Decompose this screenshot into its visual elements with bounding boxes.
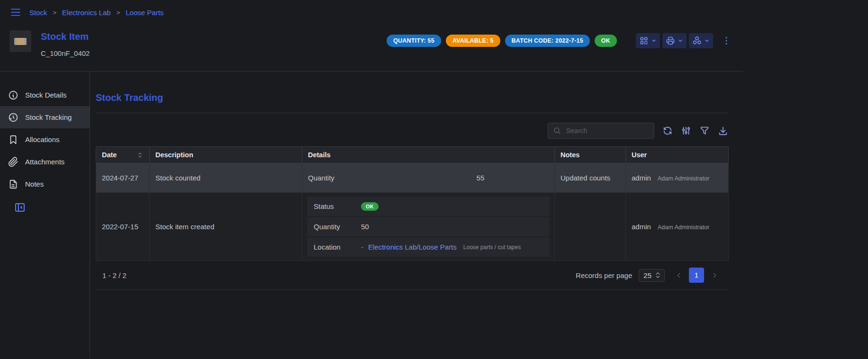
batch-code-badge: BATCH CODE: 2022-7-15 bbox=[505, 35, 590, 47]
breadcrumb-separator: > bbox=[53, 9, 57, 16]
menu-icon[interactable] bbox=[9, 6, 22, 18]
sidebar-item-stock-details[interactable]: Stock Details bbox=[0, 84, 90, 106]
detail-row-location: Location - Electronics Lab/Loose Parts L… bbox=[307, 237, 550, 257]
user-fullname: Adam Administrator bbox=[658, 175, 709, 182]
sidebar-item-attachments[interactable]: Attachments bbox=[0, 151, 90, 173]
section-title: Stock Tracking bbox=[96, 92, 728, 103]
page-subtitle: C_100nF_0402 bbox=[41, 49, 90, 57]
column-header-notes[interactable]: Notes bbox=[555, 147, 626, 163]
available-badge: AVAILABLE: 5 bbox=[446, 35, 500, 47]
page-titles: Stock Item C_100nF_0402 bbox=[41, 31, 90, 71]
breadcrumb-separator: > bbox=[117, 9, 120, 16]
breadcrumb-link-stock[interactable]: Stock bbox=[29, 9, 47, 17]
sidebar-item-label: Attachments bbox=[25, 158, 64, 166]
cell-notes bbox=[555, 193, 626, 261]
table-row[interactable]: 2024-07-27 Stock counted Quantity 55 Upd… bbox=[96, 163, 729, 193]
topbar: Stock > Electronics Lab > Loose Parts bbox=[0, 0, 743, 25]
breadcrumb-link-electronics-lab[interactable]: Electronics Lab bbox=[62, 9, 111, 17]
chevron-left-icon[interactable] bbox=[671, 268, 686, 282]
detail-row-quantity: Quantity 50 bbox=[307, 217, 550, 236]
sidebar-item-label: Allocations bbox=[25, 135, 60, 144]
sidebar: Stock Details Stock Tracking Allocations… bbox=[0, 72, 90, 359]
table-row[interactable]: 2022-07-15 Stock item created Status OK bbox=[96, 193, 729, 261]
print-actions-button[interactable] bbox=[662, 33, 687, 48]
detail-prefix: - bbox=[361, 243, 363, 251]
refresh-icon[interactable] bbox=[662, 126, 673, 136]
stock-actions-button[interactable] bbox=[689, 33, 713, 48]
column-label: Description bbox=[155, 151, 193, 159]
page-header: Stock Item C_100nF_0402 QUANTITY: 55 AVA… bbox=[0, 25, 743, 71]
user-fullname: Adam Administrator bbox=[658, 224, 709, 231]
app-frame: Stock > Electronics Lab > Loose Parts St… bbox=[0, 0, 743, 359]
breadcrumb: Stock > Electronics Lab > Loose Parts bbox=[29, 9, 163, 17]
select-caret-icon bbox=[656, 272, 660, 278]
sidebar-item-notes[interactable]: Notes bbox=[0, 173, 90, 195]
table-footer: 1 - 2 / 2 Records per page 25 bbox=[96, 261, 728, 290]
barcode-qr-icon bbox=[639, 36, 649, 45]
column-header-details[interactable]: Details bbox=[302, 147, 555, 163]
stock-tracking-table: Date Description Details Notes User bbox=[96, 146, 729, 261]
bookmark-icon bbox=[8, 135, 18, 145]
pagination: 1 bbox=[671, 268, 722, 283]
records-per-page-select[interactable]: 25 bbox=[639, 269, 665, 282]
table-toolbar bbox=[96, 123, 728, 139]
chevron-right-icon[interactable] bbox=[707, 268, 722, 282]
adjustments-icon[interactable] bbox=[681, 126, 691, 136]
quantity-badge: QUANTITY: 55 bbox=[387, 35, 441, 47]
column-label: Details bbox=[308, 151, 331, 159]
filter-icon[interactable] bbox=[699, 126, 710, 136]
page-button-1[interactable]: 1 bbox=[689, 268, 704, 283]
component-image bbox=[14, 38, 27, 45]
header-actions bbox=[636, 33, 732, 48]
section-divider bbox=[96, 113, 728, 113]
info-icon bbox=[8, 90, 18, 100]
cell-user: admin Adam Administrator bbox=[626, 163, 729, 193]
chevron-down-icon bbox=[651, 38, 657, 44]
detail-label: Location bbox=[314, 243, 361, 251]
cell-date: 2022-07-15 bbox=[96, 193, 150, 261]
username: admin bbox=[632, 174, 651, 182]
download-icon[interactable] bbox=[718, 126, 728, 136]
search-icon bbox=[553, 126, 561, 135]
detail-label: Status bbox=[314, 202, 361, 210]
sidebar-collapse-icon[interactable] bbox=[14, 202, 26, 213]
detail-label: Quantity bbox=[308, 174, 477, 182]
location-description: Loose parts / cut tapes bbox=[463, 244, 521, 251]
search-box bbox=[548, 123, 654, 139]
main-panel: Stock Tracking bbox=[90, 72, 743, 359]
stock-actions-icon bbox=[692, 36, 702, 45]
chevron-down-icon bbox=[704, 38, 710, 44]
status-ok-badge: OK bbox=[595, 35, 617, 47]
column-header-description[interactable]: Description bbox=[150, 147, 302, 163]
sidebar-item-stock-tracking[interactable]: Stock Tracking bbox=[0, 106, 90, 128]
column-label: Date bbox=[102, 151, 117, 159]
page-size-value: 25 bbox=[643, 271, 651, 279]
printer-icon bbox=[666, 36, 675, 45]
column-label: Notes bbox=[561, 151, 579, 159]
status-badges: QUANTITY: 55 AVAILABLE: 5 BATCH CODE: 20… bbox=[387, 35, 617, 47]
search-input[interactable] bbox=[565, 126, 649, 135]
stock-item-thumbnail[interactable] bbox=[9, 30, 31, 52]
cell-user: admin Adam Administrator bbox=[626, 193, 729, 261]
note-icon bbox=[8, 179, 18, 189]
page-title: Stock Item bbox=[41, 31, 90, 42]
sidebar-item-allocations[interactable]: Allocations bbox=[0, 128, 90, 151]
content-area: Stock Details Stock Tracking Allocations… bbox=[0, 72, 743, 359]
barcode-actions-button[interactable] bbox=[636, 33, 660, 48]
location-link[interactable]: Electronics Lab/Loose Parts bbox=[368, 243, 457, 251]
detail-value: 50 bbox=[361, 223, 369, 231]
cell-notes: Updated counts bbox=[555, 163, 626, 193]
detail-value: 55 bbox=[477, 174, 485, 182]
status-ok-badge: OK bbox=[361, 202, 379, 211]
cell-description: Stock counted bbox=[150, 163, 302, 193]
paperclip-icon bbox=[8, 157, 18, 167]
breadcrumb-link-loose-parts[interactable]: Loose Parts bbox=[126, 9, 163, 17]
sort-icon[interactable] bbox=[136, 152, 144, 159]
dots-vertical-icon[interactable] bbox=[721, 36, 732, 46]
column-header-date[interactable]: Date bbox=[96, 147, 150, 163]
sidebar-item-label: Stock Details bbox=[25, 91, 67, 99]
column-label: User bbox=[632, 151, 647, 159]
column-header-user[interactable]: User bbox=[626, 147, 729, 163]
records-per-page-label: Records per page bbox=[576, 271, 632, 279]
cell-description: Stock item created bbox=[150, 193, 302, 261]
